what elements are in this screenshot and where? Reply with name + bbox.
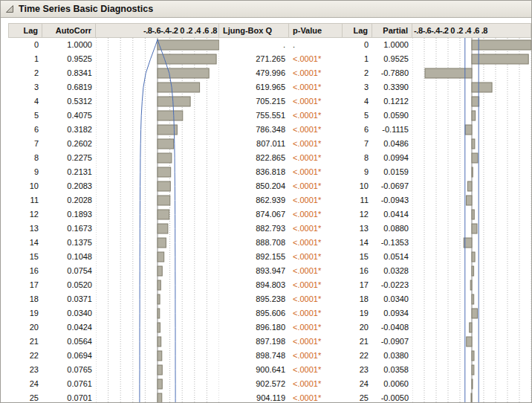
- cell-autocorr: 0.1893: [42, 207, 96, 222]
- cell-autocorr: 0.0340: [42, 306, 96, 320]
- cell-lag: 24: [8, 377, 42, 391]
- p-value-cells: .<.0001*<.0001*<.0001*<.0001*<.0001*<.00…: [289, 38, 343, 403]
- cell-autocorr: 0.2131: [42, 165, 96, 179]
- cell-p: <.0001*: [289, 137, 343, 151]
- cell-autocorr: 0.2083: [42, 179, 96, 193]
- column-autocorr: AutoCorr 1.00000.95250.83410.68190.53120…: [42, 23, 96, 403]
- cell-q: 893.947: [219, 264, 289, 278]
- header-lag-2: Lag: [343, 23, 372, 38]
- cell-lag: 22: [8, 349, 42, 363]
- cell-partial: 0.0994: [372, 151, 412, 165]
- cell-lag: 18: [8, 292, 42, 306]
- cell-q: .: [219, 38, 289, 52]
- cell-partial: 0.0358: [372, 363, 412, 377]
- cell-lag: 21: [8, 335, 42, 349]
- cell-lag: 11: [8, 193, 42, 207]
- diagnostics-table: Lag 012345678910111213141516171819202122…: [8, 23, 531, 403]
- cell-lag2: 19: [343, 306, 372, 320]
- cell-p: <.0001*: [289, 123, 343, 137]
- header-partial: Partial: [372, 23, 412, 38]
- cell-q: 894.803: [219, 278, 289, 292]
- cell-q: 705.215: [219, 94, 289, 109]
- cell-partial: -0.0050: [372, 391, 412, 403]
- cell-lag2: 1: [343, 52, 372, 66]
- lag-cells: 0123456789101112131415161718192021222324…: [8, 38, 42, 403]
- cell-lag: 2: [8, 66, 42, 80]
- cell-q: 271.265: [219, 52, 289, 66]
- cell-p: <.0001*: [289, 377, 343, 391]
- cell-p: <.0001*: [289, 349, 343, 363]
- cell-partial: 0.0380: [372, 349, 412, 363]
- cell-autocorr: 0.5312: [42, 94, 96, 109]
- cell-partial: 0.0159: [372, 165, 412, 179]
- cell-p: <.0001*: [289, 165, 343, 179]
- cell-partial: -0.0943: [372, 193, 412, 207]
- ljung-box-q-cells: .271.265479.996619.965705.215755.551786.…: [219, 38, 289, 403]
- cell-autocorr: 0.0765: [42, 363, 96, 377]
- cell-q: 850.204: [219, 179, 289, 193]
- panel-titlebar[interactable]: Time Series Basic Diagnostics: [1, 1, 531, 18]
- cell-lag: 10: [8, 179, 42, 193]
- cell-p: <.0001*: [289, 264, 343, 278]
- cell-lag2: 21: [343, 335, 372, 349]
- cell-autocorr: 0.1673: [42, 222, 96, 236]
- cell-lag2: 17: [343, 278, 372, 292]
- cell-autocorr: 0.0520: [42, 278, 96, 292]
- cell-p: <.0001*: [289, 292, 343, 306]
- cell-autocorr: 0.0564: [42, 335, 96, 349]
- cell-partial: 1.0000: [372, 38, 412, 52]
- cell-q: 786.348: [219, 123, 289, 137]
- cell-lag: 17: [8, 278, 42, 292]
- cell-lag2: 7: [343, 137, 372, 151]
- cell-lag2: 9: [343, 165, 372, 179]
- cell-partial: 0.0934: [372, 306, 412, 320]
- panel-title: Time Series Basic Diagnostics: [19, 4, 153, 14]
- cell-lag2: 23: [343, 363, 372, 377]
- cell-autocorr: 0.2602: [42, 137, 96, 151]
- acf-axis-labels: -.8-.6-.4-.2 0 .2 .4 .6 .8: [96, 23, 219, 38]
- cell-lag2: 24: [343, 377, 372, 391]
- cell-p: <.0001*: [289, 222, 343, 236]
- cell-lag: 4: [8, 94, 42, 109]
- column-partial: Partial 1.00000.9525-0.78800.33900.12120…: [372, 23, 412, 403]
- cell-p: <.0001*: [289, 151, 343, 165]
- cell-autocorr: 0.0761: [42, 377, 96, 391]
- cell-autocorr: 1.0000: [42, 38, 96, 52]
- cell-p: <.0001*: [289, 335, 343, 349]
- cell-lag: 25: [8, 391, 42, 403]
- column-acf-plot: -.8-.6-.4-.2 0 .2 .4 .6 .8: [96, 23, 219, 403]
- disclosure-triangle-icon[interactable]: [5, 4, 14, 13]
- cell-partial: 0.0060: [372, 377, 412, 391]
- cell-p: <.0001*: [289, 66, 343, 80]
- cell-partial: 0.0414: [372, 207, 412, 222]
- cell-autocorr: 0.0424: [42, 320, 96, 335]
- cell-lag: 9: [8, 165, 42, 179]
- cell-lag: 13: [8, 222, 42, 236]
- cell-partial: -0.7880: [372, 66, 412, 80]
- lag-2-cells: 0123456789101112131415161718192021222324…: [343, 38, 372, 403]
- cell-autocorr: 0.2275: [42, 151, 96, 165]
- cell-lag2: 2: [343, 66, 372, 80]
- cell-partial: 0.0590: [372, 109, 412, 123]
- cell-partial: -0.0223: [372, 278, 412, 292]
- cell-lag2: 11: [343, 193, 372, 207]
- cell-partial: 0.0514: [372, 250, 412, 264]
- cell-lag2: 22: [343, 349, 372, 363]
- cell-p: <.0001*: [289, 278, 343, 292]
- cell-autocorr: 0.3182: [42, 123, 96, 137]
- cell-autocorr: 0.6819: [42, 80, 96, 94]
- cell-p: <.0001*: [289, 179, 343, 193]
- cell-partial: -0.0907: [372, 335, 412, 349]
- cell-q: 755.551: [219, 109, 289, 123]
- cell-p: <.0001*: [289, 109, 343, 123]
- cell-lag2: 12: [343, 207, 372, 222]
- cell-lag: 5: [8, 109, 42, 123]
- cell-autocorr: 0.1048: [42, 250, 96, 264]
- cell-lag2: 15: [343, 250, 372, 264]
- cell-p: <.0001*: [289, 363, 343, 377]
- cell-partial: 0.0328: [372, 264, 412, 278]
- cell-q: 836.818: [219, 165, 289, 179]
- cell-autocorr: 0.8341: [42, 66, 96, 80]
- cell-q: 822.865: [219, 151, 289, 165]
- cell-partial: 0.3390: [372, 80, 412, 94]
